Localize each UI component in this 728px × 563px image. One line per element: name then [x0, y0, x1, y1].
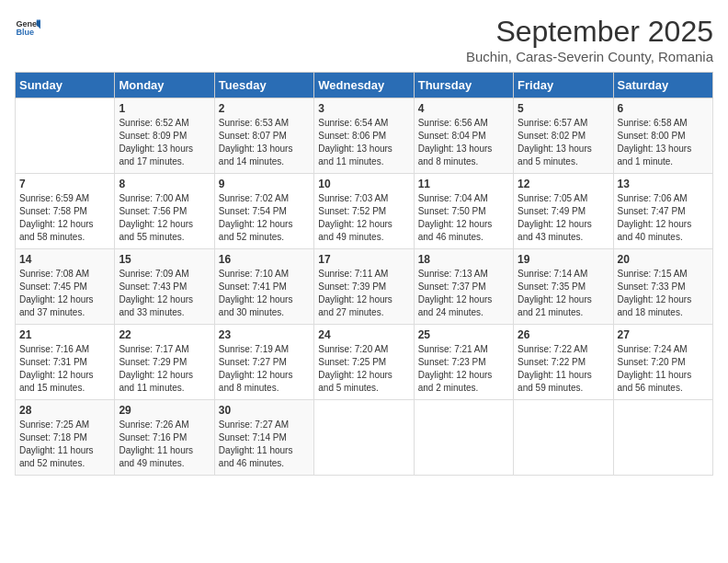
calendar-cell: 17Sunrise: 7:11 AMSunset: 7:39 PMDayligh…	[314, 249, 414, 325]
calendar-cell: 20Sunrise: 7:15 AMSunset: 7:33 PMDayligh…	[613, 249, 712, 325]
calendar-cell: 9Sunrise: 7:02 AMSunset: 7:54 PMDaylight…	[214, 174, 313, 249]
cell-info: Sunrise: 7:03 AM	[318, 192, 409, 205]
svg-text:Blue: Blue	[16, 28, 34, 37]
cell-info: and 5 minutes.	[318, 382, 409, 395]
cell-info: and 43 minutes.	[518, 231, 609, 244]
cell-info: Sunrise: 6:59 AM	[19, 192, 110, 205]
cell-info: Daylight: 12 hours	[618, 218, 709, 231]
calendar-cell: 2Sunrise: 6:53 AMSunset: 8:07 PMDaylight…	[214, 98, 313, 174]
calendar-cell	[314, 400, 414, 476]
calendar-cell: 21Sunrise: 7:16 AMSunset: 7:31 PMDayligh…	[16, 325, 115, 400]
header-cell-monday: Monday	[115, 73, 214, 98]
cell-info: and 21 minutes.	[518, 306, 609, 319]
day-number: 13	[618, 178, 709, 190]
day-number: 3	[318, 102, 409, 115]
cell-info: Sunset: 7:39 PM	[318, 281, 409, 293]
cell-info: Daylight: 12 hours	[119, 369, 210, 382]
page-subtitle: Buchin, Caras-Severin County, Romania	[466, 49, 713, 64]
calendar-table: SundayMondayTuesdayWednesdayThursdayFrid…	[15, 72, 713, 476]
day-number: 23	[219, 328, 310, 341]
calendar-cell: 16Sunrise: 7:10 AMSunset: 7:41 PMDayligh…	[214, 249, 313, 325]
cell-info: and 59 minutes.	[518, 382, 609, 395]
cell-info: Daylight: 11 hours	[618, 369, 709, 382]
cell-info: Sunset: 8:04 PM	[418, 130, 509, 143]
cell-info: Daylight: 11 hours	[19, 444, 110, 457]
cell-info: Sunrise: 7:13 AM	[418, 268, 509, 281]
cell-info: and 5 minutes.	[518, 155, 609, 168]
day-number: 4	[418, 102, 509, 115]
cell-info: Sunset: 7:33 PM	[618, 281, 709, 293]
day-number: 27	[618, 328, 709, 341]
cell-info: and 2 minutes.	[418, 382, 509, 395]
cell-info: Sunset: 7:29 PM	[119, 356, 210, 369]
cell-info: Daylight: 12 hours	[219, 218, 310, 231]
title-area: September 2025 Buchin, Caras-Severin Cou…	[466, 15, 713, 64]
day-number: 7	[19, 178, 110, 190]
header-cell-sunday: Sunday	[16, 73, 115, 98]
cell-info: Sunrise: 7:06 AM	[618, 192, 709, 205]
cell-info: Sunrise: 7:04 AM	[418, 192, 509, 205]
cell-info: and 49 minutes.	[318, 231, 409, 244]
cell-info: and 30 minutes.	[219, 306, 310, 319]
day-number: 21	[19, 328, 110, 341]
day-number: 30	[219, 404, 310, 417]
calendar-cell: 5Sunrise: 6:57 AMSunset: 8:02 PMDaylight…	[514, 98, 613, 174]
cell-info: Sunset: 7:16 PM	[119, 431, 210, 444]
header-cell-wednesday: Wednesday	[314, 73, 414, 98]
calendar-cell: 4Sunrise: 6:56 AMSunset: 8:04 PMDaylight…	[414, 98, 513, 174]
calendar-week-5: 28Sunrise: 7:25 AMSunset: 7:18 PMDayligh…	[16, 400, 713, 476]
header: General Blue September 2025 Buchin, Cara…	[15, 15, 713, 64]
calendar-cell: 28Sunrise: 7:25 AMSunset: 7:18 PMDayligh…	[16, 400, 115, 476]
cell-info: and 14 minutes.	[219, 155, 310, 168]
header-row: SundayMondayTuesdayWednesdayThursdayFrid…	[16, 73, 713, 98]
cell-info: and 46 minutes.	[219, 457, 310, 470]
cell-info: Daylight: 13 hours	[318, 143, 409, 155]
day-number: 8	[119, 178, 210, 190]
day-number: 25	[418, 328, 509, 341]
cell-info: Sunset: 7:41 PM	[219, 281, 310, 293]
calendar-cell: 25Sunrise: 7:21 AMSunset: 7:23 PMDayligh…	[414, 325, 513, 400]
calendar-cell: 6Sunrise: 6:58 AMSunset: 8:00 PMDaylight…	[613, 98, 712, 174]
cell-info: Sunrise: 7:20 AM	[318, 343, 409, 356]
cell-info: Sunrise: 7:08 AM	[19, 268, 110, 281]
cell-info: Daylight: 13 hours	[618, 143, 709, 155]
logo: General Blue	[15, 15, 40, 40]
day-number: 15	[119, 253, 210, 266]
calendar-cell: 18Sunrise: 7:13 AMSunset: 7:37 PMDayligh…	[414, 249, 513, 325]
day-number: 24	[318, 328, 409, 341]
cell-info: Sunset: 7:52 PM	[318, 205, 409, 218]
cell-info: Sunset: 7:37 PM	[418, 281, 509, 293]
cell-info: Sunset: 7:47 PM	[618, 205, 709, 218]
cell-info: Daylight: 11 hours	[119, 444, 210, 457]
day-number: 14	[19, 253, 110, 266]
cell-info: Sunrise: 6:54 AM	[318, 117, 409, 130]
cell-info: and 11 minutes.	[318, 155, 409, 168]
calendar-cell: 24Sunrise: 7:20 AMSunset: 7:25 PMDayligh…	[314, 325, 414, 400]
header-cell-tuesday: Tuesday	[214, 73, 313, 98]
cell-info: Daylight: 12 hours	[219, 369, 310, 382]
cell-info: Sunset: 7:18 PM	[19, 431, 110, 444]
cell-info: Daylight: 12 hours	[19, 293, 110, 306]
calendar-cell: 19Sunrise: 7:14 AMSunset: 7:35 PMDayligh…	[514, 249, 613, 325]
cell-info: Daylight: 12 hours	[19, 218, 110, 231]
calendar-cell: 8Sunrise: 7:00 AMSunset: 7:56 PMDaylight…	[115, 174, 214, 249]
calendar-cell: 12Sunrise: 7:05 AMSunset: 7:49 PMDayligh…	[514, 174, 613, 249]
cell-info: and 52 minutes.	[19, 457, 110, 470]
cell-info: Sunrise: 7:17 AM	[119, 343, 210, 356]
cell-info: Daylight: 11 hours	[219, 444, 310, 457]
cell-info: Sunrise: 7:11 AM	[318, 268, 409, 281]
cell-info: Daylight: 12 hours	[318, 218, 409, 231]
cell-info: Sunrise: 6:52 AM	[119, 117, 210, 130]
cell-info: and 46 minutes.	[418, 231, 509, 244]
cell-info: Sunrise: 7:27 AM	[219, 419, 310, 431]
cell-info: and 40 minutes.	[618, 231, 709, 244]
calendar-cell: 11Sunrise: 7:04 AMSunset: 7:50 PMDayligh…	[414, 174, 513, 249]
header-cell-friday: Friday	[514, 73, 613, 98]
cell-info: and 24 minutes.	[418, 306, 509, 319]
cell-info: Sunset: 8:07 PM	[219, 130, 310, 143]
cell-info: and 15 minutes.	[19, 382, 110, 395]
day-number: 11	[418, 178, 509, 190]
cell-info: and 17 minutes.	[119, 155, 210, 168]
cell-info: and 11 minutes.	[119, 382, 210, 395]
cell-info: Daylight: 12 hours	[618, 293, 709, 306]
